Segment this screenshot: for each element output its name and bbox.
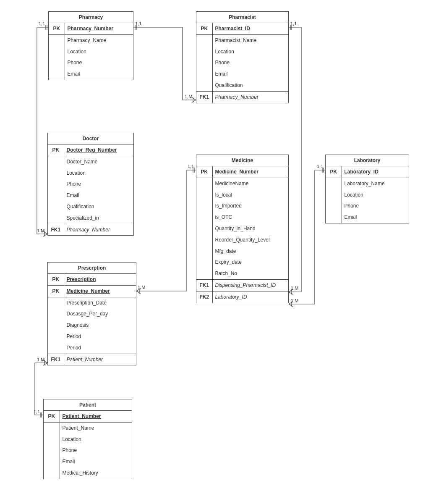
attr-key — [196, 212, 212, 223]
cardinality: 1,1 — [135, 21, 141, 26]
attr-name: Email — [212, 68, 288, 80]
attr-name: Is_Imported — [212, 200, 288, 212]
attr-name: Email — [65, 68, 133, 80]
attr-name: is_OTC — [212, 212, 288, 223]
entity-pharmacist: Pharmacist PKPharmacist_IDPharmacist_Nam… — [196, 11, 289, 103]
entity-pharmacy: Pharmacy PKPharmacy_NumberPharmacy_NameL… — [48, 11, 133, 80]
attr-name: Medicine_Number — [64, 285, 136, 297]
cardinality: 1,M — [37, 357, 44, 362]
attr-name: Period — [64, 331, 136, 342]
attr-key: FK2 — [196, 291, 212, 302]
attr-key: PK — [48, 285, 64, 297]
attr-name: Laboratory_ID — [342, 166, 409, 178]
attr-key — [196, 34, 212, 46]
attr-name: Diagnosis — [64, 320, 136, 331]
attr-key — [196, 246, 212, 257]
attr-key — [48, 308, 64, 320]
entity-title: Laboratory — [326, 155, 409, 166]
attr-key — [326, 212, 342, 223]
entity-laboratory: Laboratory PKLaboratory_IDLaboratory_Nam… — [325, 155, 409, 223]
attr-key — [48, 213, 64, 224]
attr-key — [196, 257, 212, 268]
attr-name: Doctor_Reg_Number — [64, 144, 133, 156]
attr-key — [44, 445, 60, 456]
attr-key — [49, 46, 65, 58]
attr-name: Location — [212, 46, 288, 58]
attr-name: Pharmacist_Name — [212, 34, 288, 46]
attr-name: Phone — [64, 178, 133, 190]
attr-key — [326, 189, 342, 201]
attr-name: Location — [342, 189, 409, 201]
attr-name: Doctor_Name — [64, 156, 133, 167]
attr-key — [44, 434, 60, 445]
attr-name: Phone — [65, 57, 133, 68]
attr-name: Email — [64, 190, 133, 201]
attr-key — [44, 456, 60, 467]
entity-title: Prescrption — [48, 262, 136, 274]
cardinality: 1,M — [37, 228, 44, 233]
attr-name: Phone — [60, 445, 132, 456]
attr-key: FK1 — [48, 224, 64, 235]
entity-prescription: Prescrption PKPrescriptionPKMedicine_Num… — [47, 262, 136, 365]
attr-name: Pharmacy_Name — [65, 34, 133, 46]
attr-key — [196, 234, 212, 246]
attr-key: FK1 — [48, 354, 64, 365]
cardinality: 1,1 — [39, 21, 45, 26]
attr-name: Medicine_Number — [212, 166, 288, 178]
attr-key — [49, 68, 65, 80]
attr-key — [44, 422, 60, 433]
attr-key: FK1 — [196, 91, 212, 102]
attr-key: PK — [48, 274, 64, 285]
attr-name: Location — [65, 46, 133, 58]
attr-key — [196, 46, 212, 58]
entity-attrs: PKPrescriptionPKMedicine_NumberPrescript… — [48, 274, 136, 365]
attr-name: Patient_Name — [60, 422, 132, 433]
attr-key: PK — [196, 166, 212, 178]
attr-name: Email — [342, 212, 409, 223]
attr-key — [196, 80, 212, 91]
attr-key — [326, 200, 342, 212]
erd-canvas: Pharmacy PKPharmacy_NumberPharmacy_NameL… — [0, 0, 428, 504]
attr-key — [196, 200, 212, 212]
attr-name: Quantity_in_Hand — [212, 223, 288, 234]
entity-doctor: Doctor PKDoctor_Reg_NumberDoctor_NameLoc… — [47, 133, 134, 236]
entity-attrs: PKPharmacist_IDPharmacist_NameLocationPh… — [196, 23, 288, 103]
attr-name: MedicineName — [212, 178, 288, 189]
attr-name: Is_local — [212, 189, 288, 201]
attr-key — [196, 223, 212, 234]
attr-name: Location — [64, 168, 133, 179]
attr-name: Prescription — [64, 274, 136, 285]
entity-attrs: PKPatient_NumberPatient_NameLocationPhon… — [44, 411, 132, 479]
cardinality: 1,1 — [290, 21, 297, 26]
attr-name: Patient_Number — [64, 354, 136, 365]
attr-key — [49, 57, 65, 68]
entity-title: Doctor — [48, 133, 133, 144]
attr-key — [326, 178, 342, 189]
cardinality: 1,1 — [188, 164, 194, 169]
attr-key — [196, 57, 212, 68]
cardinality: 1,1 — [317, 164, 323, 169]
cardinality: 1,M — [138, 285, 145, 290]
entity-title: Medicine — [196, 155, 288, 166]
attr-name: Dosasge_Per_day — [64, 308, 136, 320]
attr-name: Mfg_date — [212, 246, 288, 257]
cardinality: 1,M — [291, 286, 298, 291]
attr-key — [196, 178, 212, 189]
attr-key — [48, 342, 64, 354]
entity-attrs: PKPharmacy_NumberPharmacy_NameLocationPh… — [49, 23, 133, 80]
entity-title: Patient — [44, 399, 132, 411]
entity-patient: Patient PKPatient_NumberPatient_NameLoca… — [43, 399, 132, 479]
attr-name: Medical_History — [60, 467, 132, 479]
attr-name: Prescription_Date — [64, 297, 136, 308]
attr-key — [48, 156, 64, 167]
attr-key: PK — [196, 23, 212, 34]
attr-name: Reorder_Quantity_Level — [212, 234, 288, 246]
attr-key — [196, 268, 212, 279]
entity-attrs: PKMedicine_NumberMedicineNameIs_localIs_… — [196, 166, 288, 303]
attr-name: Period — [64, 342, 136, 354]
attr-key — [44, 467, 60, 479]
attr-name: Phone — [342, 200, 409, 212]
entity-title: Pharmacy — [49, 12, 133, 23]
cardinality: 1,M — [291, 298, 298, 303]
attr-name: Pharmacy_Number — [212, 91, 288, 102]
